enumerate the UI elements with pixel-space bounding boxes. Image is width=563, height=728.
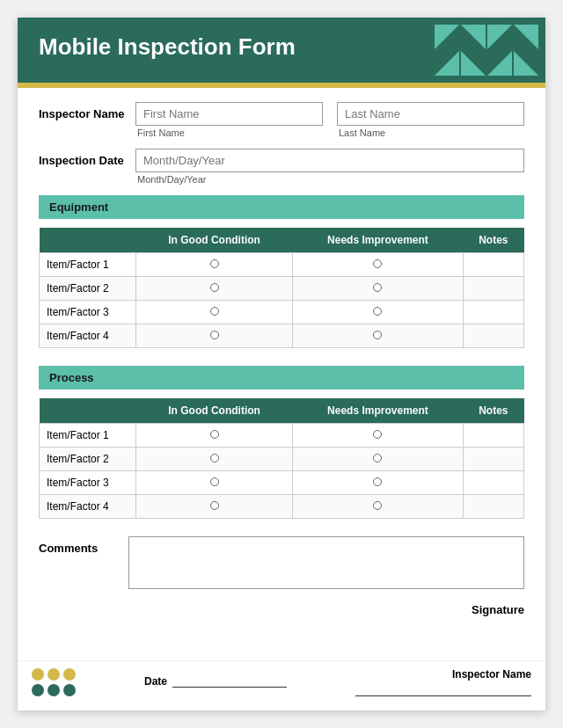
equipment-table: In Good Condition Needs Improvement Note… <box>39 228 524 348</box>
page: Mobile Inspection Form <box>18 18 545 710</box>
process-good-radio[interactable] <box>136 495 293 519</box>
equipment-notes-cell <box>463 301 523 324</box>
process-needs-radio[interactable] <box>293 495 464 519</box>
equipment-good-radio[interactable] <box>136 253 293 277</box>
equipment-needs-radio[interactable] <box>293 301 464 324</box>
dot-5 <box>48 684 60 696</box>
process-item-label: Item/Factor 3 <box>40 471 136 495</box>
process-notes-cell <box>463 448 523 471</box>
process-good-radio[interactable] <box>136 471 293 495</box>
dot-4 <box>32 684 44 696</box>
form-body: Inspector Name First Name Last Name Insp… <box>18 88 545 660</box>
process-item-label: Item/Factor 1 <box>40 424 136 448</box>
equipment-notes-cell <box>463 277 523 301</box>
equipment-item-label: Item/Factor 3 <box>40 301 136 324</box>
last-name-input[interactable] <box>337 102 524 126</box>
equipment-good-radio[interactable] <box>136 277 293 301</box>
footer-date-line <box>172 677 287 688</box>
process-table: In Good Condition Needs Improvement Note… <box>39 398 524 519</box>
process-section-header: Process <box>39 366 524 389</box>
process-needs-radio[interactable] <box>293 448 464 471</box>
process-col-good: In Good Condition <box>136 398 293 424</box>
signature-label: Signature <box>472 603 524 616</box>
first-name-input[interactable] <box>135 102 323 126</box>
process-col-needs: Needs Improvement <box>293 398 464 424</box>
equipment-col-good: In Good Condition <box>136 228 293 253</box>
equipment-notes-cell <box>463 253 523 277</box>
process-col-item <box>40 398 136 424</box>
equipment-item-label: Item/Factor 2 <box>40 277 136 301</box>
process-table-row: Item/Factor 3 <box>40 471 524 495</box>
equipment-needs-radio[interactable] <box>293 253 464 277</box>
dot-2 <box>48 668 60 681</box>
dot-3 <box>63 668 76 681</box>
signature-row: Signature <box>39 603 524 616</box>
equipment-table-header-row: In Good Condition Needs Improvement Note… <box>40 228 524 253</box>
equipment-table-row: Item/Factor 1 <box>40 253 524 277</box>
inspection-date-inputs: Month/Day/Year <box>135 149 524 185</box>
date-input[interactable] <box>135 149 524 172</box>
equipment-section-header: Equipment <box>39 195 524 219</box>
equipment-needs-radio[interactable] <box>293 324 464 348</box>
equipment-table-row: Item/Factor 2 <box>40 277 524 301</box>
process-notes-cell <box>463 424 523 448</box>
process-table-header-row: In Good Condition Needs Improvement Note… <box>40 398 524 424</box>
inspector-name-row: Inspector Name First Name Last Name <box>39 102 524 138</box>
equipment-item-label: Item/Factor 1 <box>40 253 136 277</box>
page-title: Mobile Inspection Form <box>39 33 524 61</box>
equipment-good-radio[interactable] <box>136 301 293 324</box>
equipment-needs-radio[interactable] <box>293 277 464 301</box>
process-item-label: Item/Factor 2 <box>40 448 136 471</box>
dot-1 <box>32 668 44 681</box>
first-name-sublabel: First Name <box>135 127 323 138</box>
footer-date-row: Date <box>144 675 287 688</box>
equipment-col-item <box>40 228 136 253</box>
comments-textarea[interactable] <box>128 536 524 589</box>
equipment-table-row: Item/Factor 3 <box>40 301 524 324</box>
equipment-notes-cell <box>463 324 523 348</box>
date-sublabel: Month/Day/Year <box>135 174 524 185</box>
process-needs-radio[interactable] <box>293 424 464 448</box>
comments-label: Comments <box>39 536 118 555</box>
equipment-col-notes: Notes <box>463 228 523 253</box>
first-name-wrap: First Name <box>135 102 323 138</box>
inspection-date-label: Inspection Date <box>39 149 135 167</box>
process-notes-cell <box>463 495 523 519</box>
footer-inspector-label: Inspector Name <box>452 668 531 681</box>
inspector-name-inputs: First Name Last Name <box>135 102 524 138</box>
last-name-wrap: Last Name <box>337 102 524 138</box>
process-good-radio[interactable] <box>136 448 293 471</box>
process-col-notes: Notes <box>463 398 523 424</box>
equipment-item-label: Item/Factor 4 <box>40 324 136 348</box>
process-table-row: Item/Factor 4 <box>40 495 524 519</box>
process-item-label: Item/Factor 4 <box>40 495 136 519</box>
footer-right: Inspector Name <box>355 668 531 696</box>
footer-date-label: Date <box>144 675 167 688</box>
equipment-table-row: Item/Factor 4 <box>40 324 524 348</box>
process-table-row: Item/Factor 2 <box>40 448 524 471</box>
footer-date-area: Date <box>76 675 355 689</box>
process-table-row: Item/Factor 1 <box>40 424 524 448</box>
footer-sig-line <box>355 686 531 696</box>
date-wrap: Month/Day/Year <box>135 149 524 185</box>
equipment-good-radio[interactable] <box>136 324 293 348</box>
equipment-col-needs: Needs Improvement <box>293 228 464 253</box>
inspection-date-row: Inspection Date Month/Day/Year <box>39 149 524 185</box>
footer-dots <box>32 668 76 696</box>
header: Mobile Inspection Form <box>18 18 545 88</box>
footer: Date Inspector Name <box>18 660 545 710</box>
process-notes-cell <box>463 471 523 495</box>
comments-row: Comments <box>39 536 524 589</box>
last-name-sublabel: Last Name <box>337 127 524 138</box>
header-accent-bar <box>18 83 545 88</box>
inspector-name-label: Inspector Name <box>39 102 135 120</box>
process-needs-radio[interactable] <box>293 471 464 495</box>
dot-6 <box>63 684 76 696</box>
process-good-radio[interactable] <box>136 424 293 448</box>
